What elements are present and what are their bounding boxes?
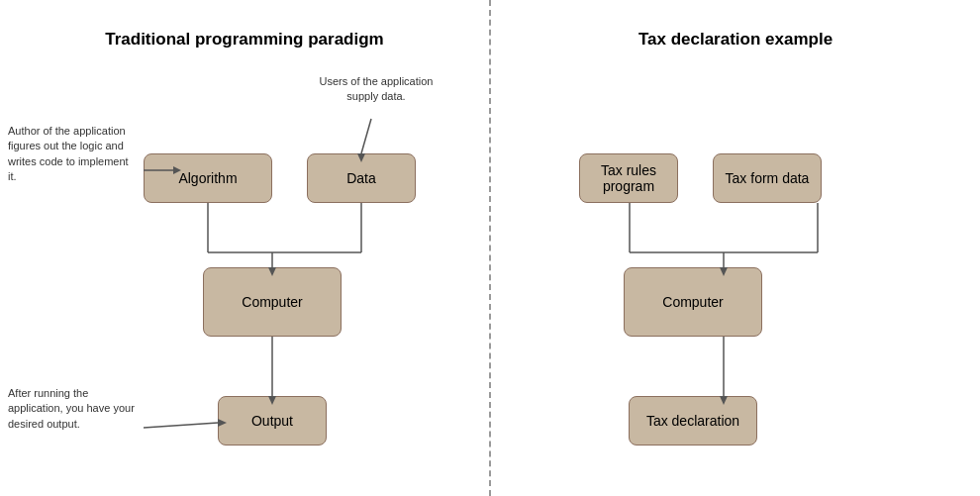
svg-line-11 — [144, 423, 218, 428]
left-panel-title: Traditional programming paradigm — [20, 30, 469, 50]
annotation-author: Author of the application figures out th… — [8, 124, 137, 185]
annotation-users: Users of the application supply data. — [307, 74, 445, 105]
diagram-container: Traditional programming paradigm Author … — [0, 0, 980, 496]
left-panel: Traditional programming paradigm Author … — [0, 0, 489, 496]
box-algorithm: Algorithm — [144, 153, 272, 203]
box-taxdeclaration: Tax declaration — [629, 396, 757, 446]
svg-line-2 — [361, 119, 371, 153]
box-taxrules: Tax rules program — [579, 153, 678, 203]
box-data: Data — [307, 153, 416, 203]
annotation-output: After running the application, you have … — [8, 386, 137, 432]
right-panel: Tax declaration example Tax rules progra… — [491, 0, 980, 496]
box-computer-left: Computer — [203, 267, 342, 337]
box-computer-right: Computer — [624, 267, 762, 337]
right-panel-title: Tax declaration example — [511, 30, 960, 50]
box-output: Output — [218, 396, 327, 446]
box-taxformdata: Tax form data — [713, 153, 822, 203]
